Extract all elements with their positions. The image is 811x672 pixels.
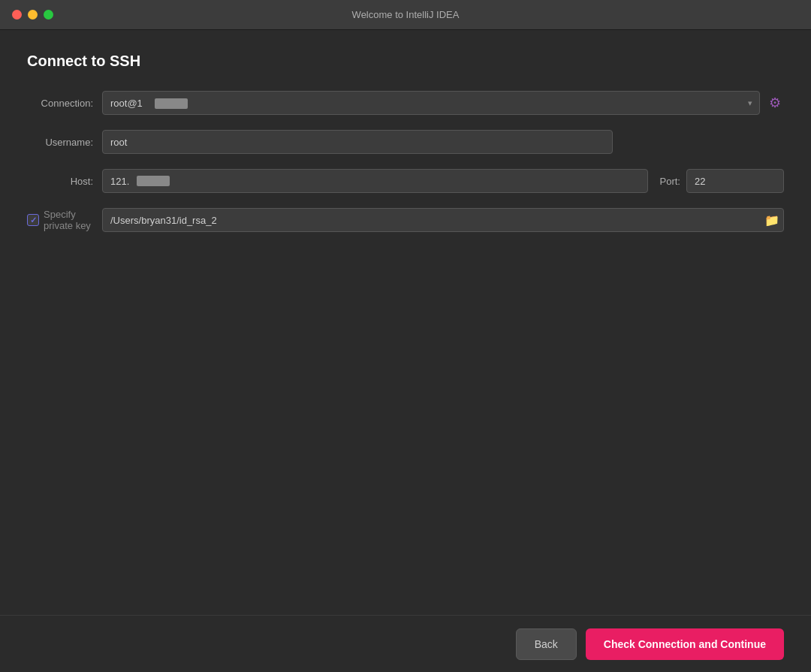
close-button[interactable]	[12, 10, 22, 20]
username-label: Username:	[27, 137, 102, 148]
port-label: Port:	[660, 176, 680, 187]
connection-input-wrapper: ▾	[102, 91, 760, 115]
host-label: Host:	[27, 176, 102, 187]
host-form-group: Host: Port:	[27, 169, 784, 193]
maximize-button[interactable]	[44, 10, 53, 20]
connection-input[interactable]	[102, 91, 760, 115]
window-title: Welcome to IntelliJ IDEA	[352, 9, 460, 20]
folder-browse-button[interactable]: 📁	[764, 213, 779, 228]
private-key-form-group: Specify private key 📁	[27, 208, 784, 232]
private-key-input-wrapper: 📁	[102, 208, 784, 232]
gear-button[interactable]: ⚙	[766, 92, 784, 114]
button-bar: Back Check Connection and Continue	[0, 615, 811, 672]
host-input-wrapper	[102, 169, 648, 193]
gear-icon: ⚙	[769, 95, 781, 111]
username-input[interactable]	[102, 130, 613, 154]
private-key-input[interactable]	[102, 208, 784, 232]
username-form-group: Username:	[27, 130, 784, 154]
host-port-row: Port:	[102, 169, 784, 193]
dialog-content: Connect to SSH Connection: ▾ ⚙ Username:…	[0, 30, 811, 672]
connection-form-group: Connection: ▾ ⚙	[27, 91, 784, 115]
title-bar: Welcome to IntelliJ IDEA	[0, 0, 811, 30]
dialog-heading: Connect to SSH	[27, 53, 784, 70]
port-input[interactable]	[686, 169, 784, 193]
connection-redacted-block	[153, 96, 188, 110]
host-input[interactable]	[102, 169, 648, 193]
check-connection-continue-button[interactable]: Check Connection and Continue	[586, 628, 784, 660]
minimize-button[interactable]	[28, 10, 38, 20]
folder-icon: 📁	[764, 213, 779, 228]
specify-private-key-label: Specify private key	[44, 209, 93, 231]
checkbox-label-group: Specify private key	[27, 209, 102, 231]
connection-row: ▾ ⚙	[102, 91, 784, 115]
back-button[interactable]: Back	[516, 628, 577, 660]
traffic-lights	[12, 10, 53, 20]
connection-label: Connection:	[27, 98, 102, 109]
specify-private-key-checkbox[interactable]	[27, 214, 39, 226]
